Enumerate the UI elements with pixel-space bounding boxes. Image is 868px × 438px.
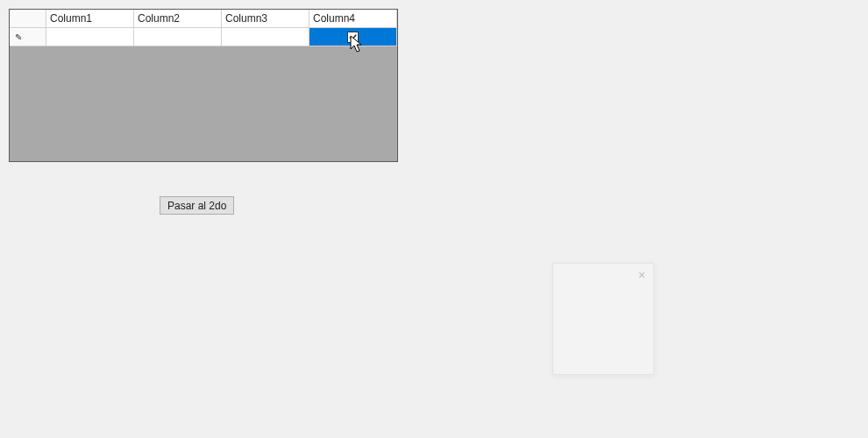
grid-cell[interactable] xyxy=(46,28,134,46)
pasar-al-2do-button[interactable]: Pasar al 2do xyxy=(160,196,234,215)
grid-cell[interactable] xyxy=(222,28,309,46)
close-icon[interactable]: × xyxy=(634,267,650,283)
checkbox-icon[interactable] xyxy=(347,32,359,43)
grid-cell[interactable] xyxy=(134,28,222,46)
popup-window[interactable]: × xyxy=(552,263,654,375)
grid-data-row[interactable]: ✎ xyxy=(10,28,397,46)
row-header-edit[interactable]: ✎ xyxy=(10,28,46,46)
grid-cell-selected[interactable] xyxy=(309,28,397,46)
column-header[interactable]: Column3 xyxy=(222,10,309,27)
grid-header-row: Column1 Column2 Column3 Column4 xyxy=(10,10,397,28)
pencil-icon: ✎ xyxy=(15,32,22,42)
column-header[interactable]: Column4 xyxy=(309,10,397,27)
popup-titlebar: × xyxy=(553,264,653,288)
column-header[interactable]: Column1 xyxy=(46,10,134,27)
column-header[interactable]: Column2 xyxy=(134,10,222,27)
grid-corner-cell[interactable] xyxy=(10,10,46,27)
data-grid[interactable]: Column1 Column2 Column3 Column4 ✎ xyxy=(9,9,398,162)
